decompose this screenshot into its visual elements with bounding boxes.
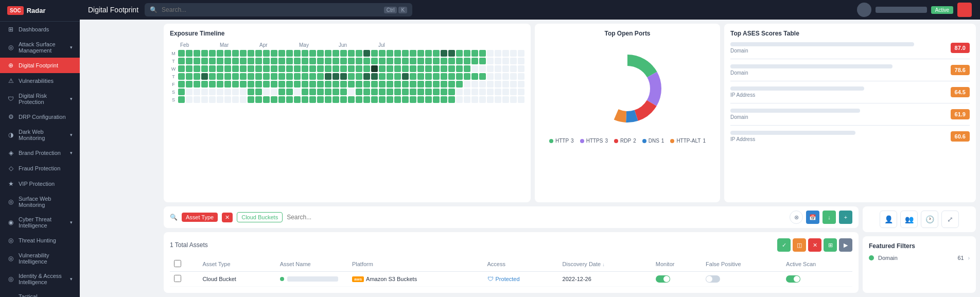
heatmap-cell [348,73,355,80]
heatmap-cell [356,50,362,57]
clock-icon-btn[interactable]: 🕐 [921,211,938,228]
action-btn-2[interactable]: ◫ [793,238,806,252]
heatmap-cell [510,58,517,64]
rdp-count: 2 [633,138,636,144]
action-btn-4[interactable]: ⊞ [824,238,837,252]
col-asset-type: Asset Type [198,257,275,272]
calendar-icon[interactable]: 📅 [806,211,819,224]
heatmap-cell [464,65,470,72]
sidebar-item-label: Fraud Protection [19,165,73,171]
sidebar-item-vulnerabilities[interactable]: ⚠ Vulnerabilities [0,73,80,89]
access-cell: 🛡 Protected [483,272,558,287]
chevron-right-icon: › [968,255,970,261]
heatmap-cell [186,96,192,103]
active-scan-toggle[interactable] [786,275,800,283]
person-icon-btn[interactable]: 👤 [880,211,897,228]
false-positive-toggle[interactable] [706,275,720,283]
heatmap-cell [417,96,424,103]
heatmap-cell [224,65,231,72]
sidebar-item-attack-surface[interactable]: ◎ Attack Surface Management ▾ [0,37,80,58]
asset-type-button[interactable]: Asset Type [182,213,218,222]
search-bar[interactable]: 🔍 Ctrl K [145,3,412,16]
ases-bar-1 [730,42,914,46]
search-input[interactable] [162,6,380,13]
heatmap-cell [201,96,208,103]
month-may: May [299,42,339,48]
logo: SOC Radar [0,0,80,22]
heatmap-cell [379,96,386,103]
action-btn-1[interactable]: ✓ [777,238,791,252]
rdp-label: RDP [620,138,631,144]
heatmap-cell [433,81,440,88]
heatmap-cell [232,73,239,80]
heatmap-cell [224,73,231,80]
col-monitor: Monitor [652,257,702,272]
heatmap-cell [194,65,200,72]
col-platform: Platform [348,257,483,272]
month-feb: Feb [180,42,220,48]
heatmap-cell [456,58,463,64]
heatmap-cell [510,73,517,80]
chevron-down-icon: ▾ [70,132,73,137]
sidebar-item-fraud[interactable]: ◇ Fraud Protection [0,161,80,176]
http-alt-count: 1 [703,138,706,144]
sidebar-item-label: Surface Web Monitoring [19,196,73,208]
sidebar-item-vip[interactable]: ★ VIP Protection [0,176,80,191]
heatmap-cell [471,58,478,64]
sidebar-item-identity[interactable]: ◎ Identity & Access Intelligence ▾ [0,269,80,289]
sidebar-item-vuln-intel[interactable]: ◎ Vulnerability Intelligence [0,248,80,269]
discovery-date-cell: 2022-12-26 [558,272,652,287]
ases-info-5: IP Address [730,131,947,142]
sidebar-item-drp[interactable]: 🛡 Digital Risk Protection ▾ [0,89,80,109]
heatmap-cell [356,96,362,103]
sidebar-item-drp-config[interactable]: ⚙ DRP Configuration [0,109,80,125]
download-icon[interactable]: ↓ [822,211,836,224]
day-label: M [170,51,177,56]
expand-icon-btn[interactable]: ⤢ [941,211,959,228]
clear-icon[interactable]: ⊗ [790,211,803,224]
heatmap-cell [371,81,378,88]
heatmap-cell [271,89,277,95]
row-checkbox[interactable] [174,275,181,282]
ases-info-1: Domain [730,42,947,54]
group-icon-btn[interactable]: 👥 [900,211,918,228]
heatmap-cell [217,96,223,103]
sidebar-item-brand[interactable]: ◈ Brand Protection ▾ [0,145,80,161]
ases-score-4: 61.9 [951,109,970,119]
select-all-checkbox[interactable] [174,260,181,267]
heatmap-cell [340,96,347,103]
add-icon[interactable]: + [839,211,852,224]
active-scan-cell [782,272,852,287]
heatmap-cell [510,81,517,88]
heatmap-cell [495,58,501,64]
heatmap-cell [209,50,216,57]
heatmap-cell [317,96,324,103]
monitor-toggle[interactable] [656,275,670,283]
sidebar-item-tactical[interactable]: ◎ Tactical Intelligence ▾ [0,289,80,297]
day-label: F [170,82,177,87]
heatmap-cell [348,58,355,64]
heatmap-cell [317,50,324,57]
heatmap-cell [271,73,277,80]
sidebar-item-dark-web[interactable]: ◑ Dark Web Monitoring ▾ [0,125,80,145]
sidebar-item-digital-footprint[interactable]: ⊕ Digital Footprint [0,58,80,73]
action-btn-3[interactable]: ✕ [808,238,821,252]
sidebar-item-dashboards[interactable]: ⊞ Dashboards [0,22,80,37]
heatmap-cell [487,58,494,64]
heatmap-cell [387,73,393,80]
clear-filter-button[interactable]: ✕ [222,213,233,222]
heatmap-cell [348,50,355,57]
heatmap-cell [371,58,378,64]
heatmap-cell [510,96,517,103]
filter-search-input[interactable] [287,214,785,221]
heatmap-cell [495,73,501,80]
port-legend: HTTP 3 HTTPS 3 RDP 2 DNS 1 [549,138,706,144]
action-btn-5[interactable]: ▶ [839,238,852,252]
sidebar-item-threat-hunting[interactable]: ◎ Threat Hunting [0,233,80,248]
sidebar-item-surface-web[interactable]: ◎ Surface Web Monitoring [0,191,80,212]
sidebar-item-cti[interactable]: ◉ Cyber Threat Intelligence ▾ [0,212,80,233]
heatmap-cell [417,73,424,80]
heatmap-cell [294,58,301,64]
heatmap-cell [332,50,339,57]
heatmap-cell [209,96,216,103]
